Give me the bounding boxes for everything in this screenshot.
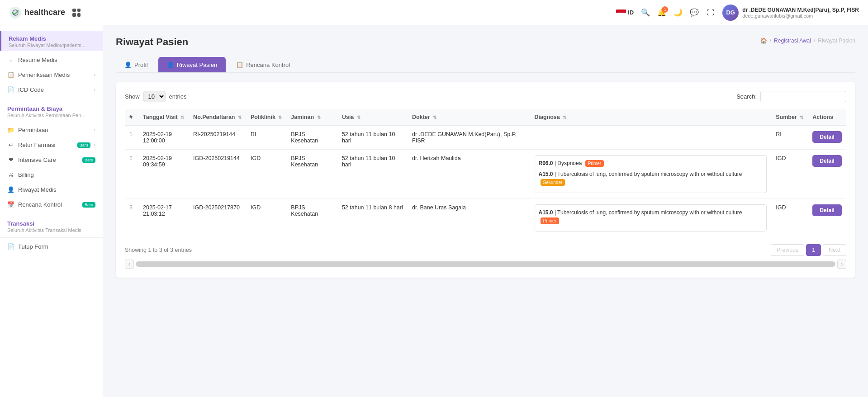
sidebar-item-pemeriksaan-medis[interactable]: 📋 Pemeriksaan Medis › [0, 67, 103, 82]
rencana-tab-label: Rencana Kontrol [246, 61, 290, 68]
sidebar-label-pemeriksaan-medis: Pemeriksaan Medis [18, 71, 90, 78]
section-subtitle-rekam-medis: Seluruh Riwayat Medioutpatients ... [9, 43, 95, 48]
folder-icon-2: 📁 [7, 127, 14, 133]
sidebar: Rekam Medis Seluruh Riwayat Medioutpatie… [0, 25, 103, 397]
folder-icon: 📋 [7, 71, 14, 78]
breadcrumb-separator-2: / [814, 38, 815, 44]
col-diagnosa[interactable]: Diagnosa ⇅ [530, 109, 772, 125]
page-header: Riwayat Pasien 🏠 / Registrasi Awal / Riw… [116, 36, 855, 48]
chat-icon[interactable]: 💬 [690, 8, 699, 17]
breadcrumb-registrasi-awal[interactable]: Registrasi Awal [774, 38, 811, 44]
notification-badge: 1 [662, 6, 668, 13]
scroll-right-button[interactable]: › [837, 260, 846, 269]
diagnosa-item: R06.0 | Dyspnoea Primer [539, 159, 763, 167]
previous-button[interactable]: Previous [771, 244, 805, 256]
close-form-icon: 📄 [7, 243, 14, 250]
tab-riwayat-pasien[interactable]: 👤 Riwayat Pasien [158, 57, 226, 72]
tab-rencana-kontrol[interactable]: 📋 Rencana Kontrol [228, 57, 299, 72]
return-icon: ↩ [7, 142, 14, 148]
app-name: healthcare [24, 8, 65, 17]
cell-no-pendaftaran: IGD-20250219144 [189, 150, 246, 199]
cell-dokter: dr. Bane Uras Sagala [408, 199, 530, 237]
cell-no: 2 [125, 150, 138, 199]
breadcrumb: 🏠 / Registrasi Awal / Riwayat Pasien [760, 38, 855, 44]
search-box: Search: [736, 91, 846, 102]
logo[interactable]: healthcare [9, 6, 65, 19]
user-name: dr .DEDE GUNAWAN M.Ked(Paru), Sp.P, FISR [742, 7, 859, 13]
sidebar-item-retur-farmasi[interactable]: ↩ Retur Farmasi Baru › [0, 137, 103, 152]
chevron-right-icon-4: › [94, 142, 95, 147]
cell-usia: 52 tahun 11 bulan 10 hari [337, 150, 408, 199]
sidebar-item-billing[interactable]: 🖨 Billing [0, 167, 103, 182]
col-tanggal-visit[interactable]: Tanggal Visit ⇅ [138, 109, 189, 125]
sidebar-item-intensive-care[interactable]: ❤ Intensive Care Baru [0, 152, 103, 167]
col-no-pendaftaran[interactable]: No.Pendaftaran ⇅ [189, 109, 246, 125]
showing-text: Showing 1 to 3 of 3 entries [125, 247, 192, 253]
entries-label: entries [169, 93, 187, 100]
sidebar-section-rekam-medis[interactable]: Rekam Medis Seluruh Riwayat Medioutpatie… [0, 31, 103, 51]
cell-jaminan: BPJS Kesehatan [286, 150, 337, 199]
sidebar-label-billing: Billing [18, 171, 95, 178]
sidebar-item-icd-code[interactable]: 📄 ICD Code › [0, 82, 103, 97]
tab-profil[interactable]: 👤 Profil [116, 57, 157, 72]
sidebar-label-permintaan: Permintaan [18, 127, 90, 133]
entries-select[interactable]: 10 25 50 [143, 91, 166, 102]
sidebar-label-intensive-care: Intensive Care [18, 156, 77, 163]
avatar: DG [722, 5, 739, 21]
language-selector[interactable]: ID [616, 9, 634, 16]
sidebar-section-transaksi[interactable]: Transaksi Seluruh Aktivitas Transaksi Me… [0, 216, 103, 236]
cell-tanggal-visit: 2025-02-1912:00:00 [138, 125, 189, 150]
detail-button[interactable]: Detail [812, 204, 842, 216]
home-icon[interactable]: 🏠 [760, 38, 767, 44]
col-dokter[interactable]: Dokter ⇅ [408, 109, 530, 125]
user-email: dede.gunawanlubis@gmail.com [742, 13, 859, 19]
page-1-button[interactable]: 1 [806, 244, 821, 256]
cell-tanggal-visit: 2025-02-1909:34:59 [138, 150, 189, 199]
billing-icon: 🖨 [7, 171, 14, 178]
sidebar-item-resume-medis[interactable]: ≡ Resume Medis [0, 52, 103, 67]
main-content: Riwayat Pasien 🏠 / Registrasi Awal / Riw… [103, 25, 868, 397]
badge-new-rencana: Baru [82, 202, 95, 208]
grid-icon[interactable] [72, 9, 81, 17]
scroll-left-button[interactable]: ‹ [125, 260, 134, 269]
pagination-area: Showing 1 to 3 of 3 entries Previous 1 N… [125, 244, 846, 256]
table-controls: Show 10 25 50 entries Search: [125, 91, 846, 102]
riwayat-tab-icon: 👤 [167, 61, 174, 68]
col-sumber[interactable]: Sumber ⇅ [771, 109, 808, 125]
cell-usia: 52 tahun 11 bulan 8 hari [337, 199, 408, 237]
chevron-right-icon-2: › [94, 87, 95, 92]
sidebar-section-permintaan-biaya[interactable]: Permintaan & Biaya Seluruh Aktivitas Per… [0, 101, 103, 121]
cell-sumber: IGD [771, 150, 808, 199]
col-jaminan[interactable]: Jaminan ⇅ [286, 109, 337, 125]
fullscreen-icon[interactable]: ⛶ [706, 8, 715, 17]
sidebar-item-rencana-kontrol[interactable]: 📅 Rencana Kontrol Baru [0, 197, 103, 212]
user-info[interactable]: DG dr .DEDE GUNAWAN M.Ked(Paru), Sp.P, F… [722, 5, 859, 21]
user-details: dr .DEDE GUNAWAN M.Ked(Paru), Sp.P, FISR… [742, 7, 859, 19]
col-poliklinik[interactable]: Poliklinik ⇅ [246, 109, 286, 125]
detail-button[interactable]: Detail [812, 155, 842, 167]
sidebar-item-permintaan[interactable]: 📁 Permintaan › [0, 123, 103, 137]
topbar-right: ID 🔍 🔔 1 🌙 💬 ⛶ DG dr .DEDE GUNAWAN M.Ked… [616, 5, 859, 21]
scroll-track[interactable] [136, 261, 836, 267]
theme-icon[interactable]: 🌙 [674, 8, 683, 17]
search-icon[interactable]: 🔍 [641, 8, 650, 17]
layout: Rekam Medis Seluruh Riwayat Medioutpatie… [0, 25, 868, 397]
topbar-left: healthcare [9, 6, 81, 19]
cell-dokter: dr .DEDE GUNAWAN M.Ked(Paru), Sp.P, FISR [408, 125, 530, 150]
riwayat-tab-label: Riwayat Pasien [177, 61, 218, 68]
detail-button[interactable]: Detail [812, 131, 842, 143]
sidebar-item-riwayat-medis[interactable]: 👤 Riwayat Medis [0, 182, 103, 197]
badge-new-intensive: Baru [82, 157, 95, 163]
cell-sumber: RI [771, 125, 808, 150]
chevron-right-icon: › [94, 72, 95, 77]
sidebar-label-retur-farmasi: Retur Farmasi [18, 142, 72, 148]
notification-icon[interactable]: 🔔 1 [657, 8, 666, 17]
next-button[interactable]: Next [823, 244, 846, 256]
search-input[interactable] [760, 91, 846, 102]
sidebar-label-resume-medis: Resume Medis [18, 57, 95, 63]
sidebar-item-tutup-form[interactable]: 📄 Tutup Form [7, 243, 95, 250]
section-title-transaksi: Transaksi [7, 220, 95, 227]
col-usia[interactable]: Usia ⇅ [337, 109, 408, 125]
tutup-form-area: 📄 Tutup Form [0, 237, 103, 255]
scroll-thumb [136, 261, 836, 267]
